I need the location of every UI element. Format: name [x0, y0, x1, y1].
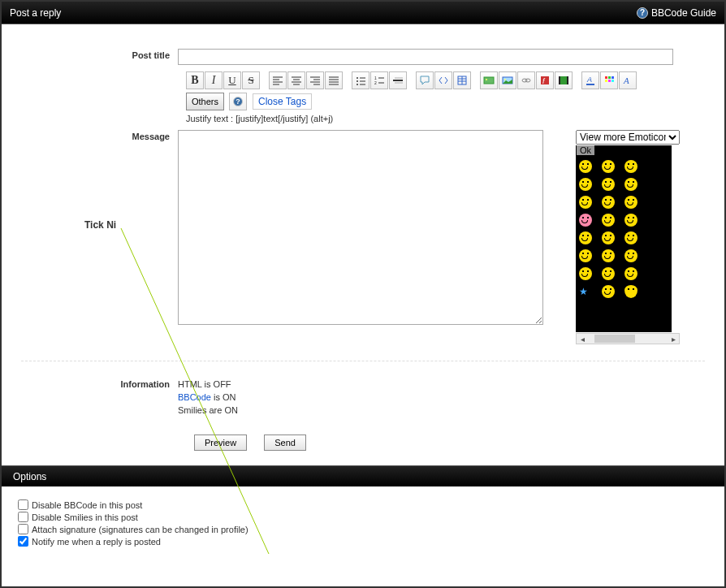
smiley-icon[interactable] [624, 249, 637, 262]
smiley-icon[interactable] [624, 178, 637, 191]
smiley-icon[interactable] [579, 178, 592, 191]
table-icon[interactable] [453, 71, 471, 89]
scroll-thumb[interactable] [594, 335, 635, 343]
svg-point-16 [357, 77, 358, 79]
smiley-icon[interactable] [579, 267, 592, 280]
svg-rect-45 [586, 84, 594, 85]
message-textarea[interactable] [178, 130, 543, 325]
underline-icon[interactable]: U [223, 71, 241, 89]
smiley-icon[interactable] [624, 160, 637, 173]
svg-point-17 [357, 80, 358, 82]
option-attach-signature[interactable]: Attach signature (signatures can be chan… [18, 524, 708, 534]
svg-text:A: A [623, 76, 629, 85]
image-icon[interactable] [499, 71, 516, 89]
image-host-icon[interactable] [480, 71, 498, 89]
smiley-icon[interactable] [579, 214, 592, 227]
svg-rect-42 [559, 76, 560, 84]
list-ordered-icon[interactable]: 12 [370, 71, 388, 89]
code-icon[interactable] [434, 71, 452, 89]
emoticons-select[interactable]: View more Emoticons [576, 130, 680, 145]
smiley-icon[interactable] [602, 249, 615, 262]
smiley-icon[interactable] [602, 285, 615, 298]
post-title-label: Post title [11, 49, 178, 65]
disable-bbcode-checkbox[interactable] [18, 499, 28, 510]
smiley-icon[interactable] [602, 214, 615, 227]
link-icon[interactable] [517, 71, 535, 89]
options-header: Options [2, 465, 724, 486]
font-color-icon[interactable]: A [581, 71, 599, 89]
emoticons-box[interactable]: Ok [576, 145, 672, 332]
smiley-icon[interactable] [602, 160, 615, 173]
attach-signature-checkbox[interactable] [18, 524, 28, 534]
strike-icon[interactable]: S [242, 71, 260, 89]
send-button[interactable]: Send [264, 435, 306, 451]
svg-point-36 [504, 79, 506, 80]
svg-rect-49 [605, 80, 607, 82]
information-text: HTML is OFF BBCode is ON Smilies are ON [178, 378, 238, 417]
smiley-icon[interactable] [579, 231, 592, 244]
close-tags-link[interactable]: Close Tags [253, 93, 312, 110]
smiley-icon[interactable] [579, 249, 592, 262]
list-unordered-icon[interactable] [352, 71, 369, 89]
info-html: HTML is OFF [178, 378, 238, 391]
hr-icon[interactable] [389, 71, 407, 89]
bbcode-toolbar: B I U S 12 [186, 71, 706, 110]
star-icon[interactable]: ★ [579, 285, 595, 298]
svg-point-34 [486, 79, 487, 80]
scroll-left-icon[interactable]: ◂ [577, 334, 588, 344]
emoticons-scrollbar[interactable]: ◂ ▸ [576, 333, 680, 344]
emoticons-ok-button[interactable]: Ok [577, 145, 594, 155]
smiley-icon[interactable] [624, 267, 637, 280]
flash-icon[interactable]: f [536, 71, 554, 89]
smiley-icon[interactable] [624, 196, 637, 209]
information-label: Information [11, 378, 178, 417]
font-palette-icon[interactable] [600, 71, 618, 89]
preview-button[interactable]: Preview [194, 435, 247, 451]
font-style-icon[interactable]: A [619, 71, 637, 89]
help-icon: ? [637, 7, 648, 19]
info-smilies: Smilies are ON [178, 404, 238, 417]
bbcode-link[interactable]: BBCode [178, 392, 211, 402]
video-icon[interactable] [555, 71, 573, 89]
svg-text:A: A [586, 76, 592, 84]
option-notify-reply[interactable]: Notify me when a reply is posted [18, 536, 708, 547]
notify-reply-checkbox[interactable] [18, 536, 28, 547]
smiley-icon[interactable] [579, 160, 592, 173]
option-disable-bbcode[interactable]: Disable BBCode in this post [18, 499, 708, 510]
align-right-icon[interactable] [306, 71, 324, 89]
smiley-icon[interactable] [602, 178, 615, 191]
annotation-label: Tick Ni [84, 219, 116, 231]
quote-icon[interactable] [416, 71, 434, 89]
bbcode-guide-link[interactable]: ? BBCode Guide [637, 7, 716, 19]
align-left-icon[interactable] [269, 71, 287, 89]
smiley-icon[interactable] [602, 231, 615, 244]
scroll-right-icon[interactable]: ▸ [668, 334, 679, 344]
svg-rect-48 [611, 76, 614, 79]
svg-rect-50 [608, 80, 611, 82]
smiley-icon[interactable] [624, 214, 637, 227]
svg-point-38 [525, 79, 530, 82]
post-reply-header: Post a reply ? BBCode Guide [2, 2, 724, 24]
toolbar-hint: Justify text : [justify]text[/justify] (… [186, 114, 715, 123]
smiley-icon[interactable] [579, 196, 592, 209]
smiley-icon[interactable] [624, 231, 637, 244]
svg-point-18 [357, 84, 358, 85]
align-justify-icon[interactable] [325, 71, 343, 89]
svg-rect-47 [608, 76, 611, 79]
svg-rect-33 [484, 77, 494, 84]
message-label: Message [11, 130, 178, 344]
options-title: Options [13, 471, 46, 482]
italic-icon[interactable]: I [205, 71, 223, 89]
align-center-icon[interactable] [287, 71, 305, 89]
bold-icon[interactable]: B [186, 71, 204, 89]
smiley-icon[interactable] [602, 267, 615, 280]
help-toolbar-icon[interactable]: ? [229, 93, 247, 110]
svg-rect-43 [567, 76, 568, 84]
option-disable-smilies[interactable]: Disable Smilies in this post [18, 512, 708, 522]
emoticons-panel: View more Emoticons Ok [576, 130, 680, 344]
heart-icon[interactable] [624, 285, 637, 298]
others-button[interactable]: Others [186, 93, 224, 110]
smiley-icon[interactable] [602, 196, 615, 209]
disable-smilies-checkbox[interactable] [18, 512, 28, 522]
post-title-input[interactable] [178, 49, 673, 65]
